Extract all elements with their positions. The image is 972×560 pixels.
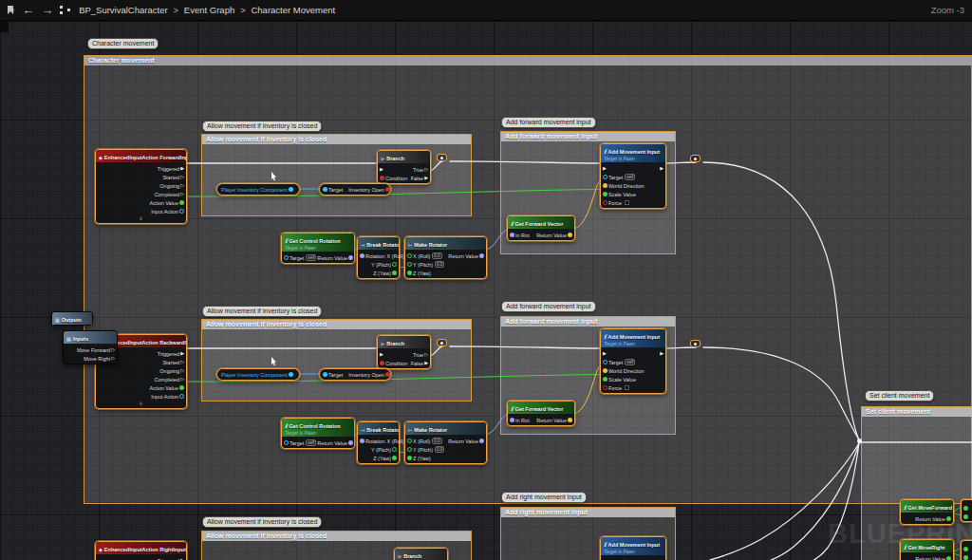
data-pin-icon[interactable] [603, 183, 608, 188]
expand-node-chevron-icon[interactable]: ∨ [96, 401, 186, 408]
data-pin-icon[interactable] [392, 271, 397, 275]
pin-return-value[interactable]: Return Value [447, 439, 484, 444]
pin-false[interactable]: False▶ [410, 176, 428, 181]
pin-z-yaw-[interactable]: Z (Yaw) [372, 456, 397, 461]
data-pin-icon[interactable] [603, 368, 608, 373]
comment-bubble-allow-move-1[interactable]: Allow movement if inventory is closed [202, 121, 322, 132]
data-pin-icon[interactable] [284, 440, 289, 445]
node-make-rotator-2[interactable]: ⊢Make RotatorX (Roll)0.0Return ValueY (P… [404, 421, 487, 464]
data-pin-icon[interactable] [385, 187, 390, 192]
data-pin-icon[interactable] [407, 271, 412, 275]
node-outputs-tunnel[interactable]: ▦Outputs [51, 311, 93, 326]
data-pin-icon[interactable] [179, 200, 184, 205]
data-pin-icon[interactable] [568, 418, 572, 422]
pin-rotation[interactable]: Rotation [360, 439, 386, 444]
node-branch-2[interactable]: ⊳Branch▶True▷ConditionFalse▶ [377, 335, 431, 369]
pin-checkbox[interactable] [625, 385, 629, 390]
pin[interactable]: ▶ [380, 167, 385, 172]
data-pin-icon[interactable] [479, 253, 484, 258]
pin-y-pitch-[interactable]: Y (Pitch)0.0 [407, 261, 444, 268]
comment-bubble-add-forward-2[interactable]: Add forward movement input [501, 301, 596, 312]
exec-pin-icon[interactable]: ▶ [424, 176, 428, 180]
data-pin-icon[interactable] [380, 361, 384, 365]
pin-player-inventory-component[interactable]: Player Inventory Component [220, 372, 293, 378]
data-pin-icon[interactable] [392, 456, 397, 460]
pin-default-value[interactable]: self [306, 254, 316, 261]
data-pin-icon[interactable] [179, 385, 184, 390]
pin[interactable]: ▶ [658, 351, 664, 356]
pin-force[interactable]: Force [603, 200, 629, 206]
pin-inventory-open[interactable]: Inventory Open [347, 187, 390, 193]
comment-allow-move-2[interactable]: Allow movement if inventory is closed [201, 319, 472, 401]
pin-x-roll-[interactable]: X (Roll)0.0 [407, 438, 442, 444]
pin-scale-value[interactable]: Scale Value [603, 192, 637, 197]
forward-button[interactable]: → [41, 0, 53, 21]
data-pin-icon[interactable] [323, 372, 327, 377]
pin-default-value[interactable]: 0.0 [432, 438, 441, 444]
exec-pin-icon[interactable]: ▷ [111, 356, 115, 361]
pin-input-action[interactable]: Input Action [150, 209, 184, 215]
data-pin-icon[interactable] [603, 192, 608, 196]
data-pin-icon[interactable] [603, 360, 608, 364]
exec-pin-icon[interactable]: ▶ [380, 167, 383, 172]
node-offscreen-node-1[interactable] [961, 499, 972, 522]
exec-pin-icon[interactable]: ▶ [180, 351, 184, 356]
data-pin-icon[interactable] [407, 456, 412, 460]
node-inputs-tunnel[interactable]: ▦InputsMove Forward▷Move Right▷ [63, 330, 118, 364]
data-pin-icon[interactable] [407, 447, 412, 452]
data-pin-icon[interactable] [510, 418, 514, 422]
node-get-forward-vector-2[interactable]: fGet Forward VectorIn RotReturn Value [507, 401, 575, 426]
pin-condition[interactable]: Condition [380, 361, 408, 366]
data-pin-icon[interactable] [510, 233, 514, 237]
pin-started[interactable]: Started▷ [161, 175, 184, 180]
data-pin-icon[interactable] [392, 262, 397, 267]
data-pin-icon[interactable] [963, 547, 968, 551]
pin-default-value[interactable]: 0.0 [432, 252, 441, 259]
comment-header-allow-move-2[interactable]: Allow movement if inventory is closed [202, 320, 471, 329]
node-add-movement-input-2[interactable]: fAdd Movement InputTarget is Pawn▶▶Targe… [600, 328, 666, 394]
pin[interactable]: ▶ [658, 166, 664, 171]
pin-target[interactable]: Targetself [284, 439, 316, 446]
breadcrumb-character-movement[interactable]: Character Movement [251, 5, 335, 15]
data-pin-icon[interactable] [392, 447, 397, 452]
data-pin-icon[interactable] [568, 233, 572, 237]
back-button[interactable]: ← [22, 0, 34, 21]
pin-return-value[interactable]: Return Value [914, 556, 951, 560]
exec-pin-icon[interactable]: ▷ [111, 347, 115, 352]
data-pin-icon[interactable] [603, 377, 608, 382]
data-pin-icon[interactable] [348, 255, 353, 260]
pin[interactable]: ▶ [603, 351, 608, 356]
data-pin-icon[interactable] [289, 372, 293, 377]
data-pin-icon[interactable] [603, 200, 608, 205]
pin-default-value[interactable]: self [625, 359, 635, 365]
exec-pin-icon[interactable]: ▶ [660, 351, 664, 356]
exec-pin-icon[interactable]: ▶ [603, 166, 607, 171]
comment-bubble-allow-move-3[interactable]: Allow movement if inventory is closed [202, 516, 322, 528]
data-pin-icon[interactable] [360, 439, 364, 443]
breadcrumb-event-graph[interactable]: Event Graph [184, 5, 234, 15]
pin-y-pitch-[interactable]: Y (Pitch)0.0 [407, 446, 444, 453]
node-make-rotator-1[interactable]: ⊢Make RotatorX (Roll)0.0Return ValueY (P… [404, 236, 487, 279]
pin-inventory-open[interactable]: Inventory Open [347, 372, 390, 378]
pin-return-value[interactable]: Return Value [447, 253, 484, 259]
node-add-movement-input-1[interactable]: fAdd Movement InputTarget is Pawn▶▶Targe… [600, 143, 666, 209]
node-get-player-inventory-2[interactable]: Player Inventory Component [216, 368, 300, 381]
comment-allow-move-1[interactable]: Allow movement if inventory is closed [201, 134, 472, 216]
data-pin-icon[interactable] [289, 187, 293, 192]
pin-move-forward[interactable]: Move Forward▷ [76, 347, 115, 353]
expand-node-chevron-icon[interactable]: ∨ [96, 216, 186, 223]
pin-x-roll-[interactable]: X (Roll)0.0 [407, 252, 442, 259]
data-pin-icon[interactable] [407, 262, 412, 267]
data-pin-icon[interactable] [407, 439, 412, 443]
node-get-forward-vector-1[interactable]: fGet Forward VectorIn RotReturn Value [507, 215, 575, 241]
exec-pin-icon[interactable]: ▷ [180, 192, 184, 196]
pin-move-right[interactable]: Move Right▷ [83, 356, 115, 362]
node-branch-3[interactable]: ⊳Branch▶True▷ [394, 548, 448, 560]
node-get-moveforward[interactable]: fGet MoveForwardReturn Value [900, 499, 954, 525]
pin-target[interactable]: Target [323, 187, 344, 193]
comment-header-allow-move-3[interactable]: Allow movement if inventory is closed [202, 532, 471, 541]
node-get-player-inventory-1[interactable]: Player Inventory Component [216, 183, 300, 196]
pin-return-value[interactable]: Return Value [316, 440, 353, 446]
data-pin-icon[interactable] [360, 253, 364, 258]
pin-return-value[interactable]: Return Value [316, 255, 353, 261]
